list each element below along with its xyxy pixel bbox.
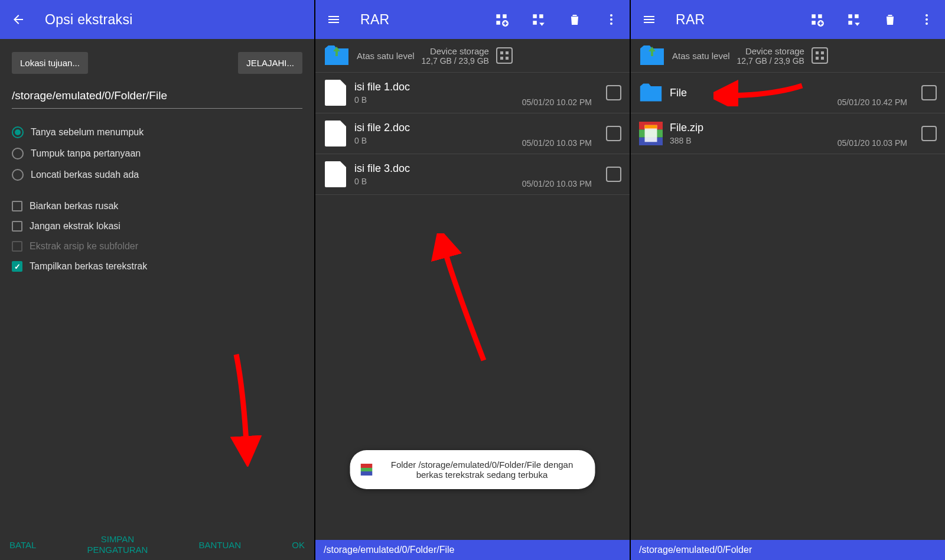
overwrite-radio-1[interactable]: Tumpuk tanpa pertanyaan (12, 143, 302, 164)
toast-message: Folder /storage/emulated/0/Folder/File d… (350, 450, 595, 489)
file-row[interactable]: File.zip 388 B 05/01/20 10.03 PM (631, 113, 945, 154)
overwrite-radio-0[interactable]: Tanya sebelum menumpuk (12, 122, 302, 143)
up-level-row[interactable]: Atas satu level Device storage 12,7 GB /… (315, 39, 630, 73)
appbar: Opsi ekstraksi (0, 0, 314, 39)
radio-label: Tanya sebelum menumpuk (31, 127, 144, 138)
file-row[interactable]: File 05/01/20 10.42 PM (631, 73, 945, 113)
page-title: Opsi ekstraksi (45, 12, 133, 28)
archive-add-icon[interactable] (807, 9, 827, 30)
back-icon[interactable] (8, 9, 28, 30)
archive-extract-icon[interactable] (843, 9, 863, 30)
svg-point-12 (926, 14, 928, 17)
delete-icon[interactable] (880, 9, 900, 30)
footer-actions: BATAL SIMPANPENGATURAN BANTUAN OK (0, 522, 314, 560)
path-input[interactable] (12, 84, 302, 109)
file-checkbox[interactable] (606, 126, 621, 141)
file-checkbox[interactable] (921, 85, 937, 100)
file-date: 05/01/20 10.03 PM (838, 138, 907, 148)
svg-point-14 (926, 22, 928, 25)
storage-label: Device storage (422, 46, 489, 56)
file-row[interactable]: isi file 3.doc 0 B 05/01/20 10.03 PM (315, 154, 630, 195)
file-row[interactable]: isi file 1.doc 0 B 05/01/20 10.02 PM (315, 73, 630, 113)
file-name: isi file 1.doc (354, 81, 515, 93)
destination-button[interactable]: Lokasi tujuan... (12, 52, 88, 74)
zip-icon (639, 121, 663, 146)
svg-point-13 (926, 18, 928, 21)
radio-icon (12, 148, 24, 159)
file-date: 05/01/20 10.02 PM (522, 97, 592, 107)
option-check-1[interactable]: Jangan ekstrak lokasi (12, 216, 302, 236)
checkbox-label: Biarkan berkas rusak (30, 201, 118, 211)
option-check-3[interactable]: Tampilkan berkas terekstrak (12, 256, 302, 276)
file-name: File.zip (670, 122, 830, 134)
panel-extraction-options: Opsi ekstraksi Lokasi tujuan... JELAJAHI… (0, 0, 314, 560)
path-bar[interactable]: /storage/emulated/0/Folder (631, 540, 945, 560)
radio-label: Tumpuk tanpa pertanyaan (31, 148, 141, 159)
svg-point-3 (610, 22, 612, 25)
document-icon (325, 161, 346, 187)
svg-rect-15 (816, 51, 819, 54)
app-title: RAR (676, 12, 705, 28)
file-checkbox[interactable] (606, 167, 621, 182)
radio-icon (12, 126, 24, 138)
checkbox-label: Ekstrak arsip ke subfolder (30, 241, 138, 252)
file-date: 05/01/20 10.03 PM (522, 138, 592, 148)
grid-view-icon[interactable] (496, 47, 513, 64)
option-check-0[interactable]: Biarkan berkas rusak (12, 196, 302, 216)
svg-point-1 (610, 14, 612, 17)
document-icon (325, 80, 346, 106)
grid-view-icon[interactable] (812, 47, 828, 64)
file-date: 05/01/20 10.42 PM (838, 97, 907, 107)
storage-info: 12,7 GB / 23,9 GB (737, 56, 804, 66)
overwrite-radio-2[interactable]: Loncati berkas sudah ada (12, 164, 302, 185)
more-icon[interactable] (601, 9, 621, 30)
svg-point-2 (610, 18, 612, 21)
file-checkbox[interactable] (921, 126, 937, 141)
panel-file-list: RAR Atas satu level Device storage 12,7 … (314, 0, 630, 560)
appbar: RAR (631, 0, 945, 39)
archive-add-icon[interactable] (491, 9, 511, 30)
folder-up-icon (324, 45, 350, 66)
svg-rect-16 (821, 51, 824, 54)
svg-rect-6 (500, 57, 503, 60)
menu-icon[interactable] (639, 9, 659, 30)
ok-button[interactable]: OK (292, 540, 305, 550)
file-row[interactable]: isi file 2.doc 0 B 05/01/20 10.03 PM (315, 113, 630, 154)
svg-rect-7 (506, 57, 509, 60)
appbar: RAR (315, 0, 630, 39)
file-name: isi file 2.doc (354, 122, 515, 134)
delete-icon[interactable] (565, 9, 585, 30)
options-body: Lokasi tujuan... JELAJAHI... Tanya sebel… (0, 39, 314, 522)
panel-folder-view: RAR Atas satu level Device storage 12,7 … (630, 0, 945, 560)
file-checkbox[interactable] (606, 85, 621, 100)
checkbox-label: Jangan ekstrak lokasi (30, 221, 120, 232)
folder-up-icon (639, 45, 665, 66)
archive-extract-icon[interactable] (528, 9, 548, 30)
option-check-2: Ekstrak arsip ke subfolder (12, 236, 302, 256)
help-button[interactable]: BANTUAN (199, 540, 242, 550)
radio-icon (12, 169, 24, 181)
svg-rect-8 (361, 464, 373, 468)
file-size: 0 B (354, 177, 515, 186)
radio-label: Loncati berkas sudah ada (31, 170, 139, 180)
storage-info: 12,7 GB / 23,9 GB (422, 56, 489, 66)
path-bar[interactable]: /storage/emulated/0/Folder/File (315, 540, 630, 560)
file-name: File (670, 87, 830, 99)
save-settings-button[interactable]: SIMPANPENGATURAN (87, 534, 148, 555)
browse-button[interactable]: JELAJAHI... (238, 52, 302, 74)
svg-rect-9 (361, 468, 373, 471)
svg-rect-18 (821, 57, 824, 60)
more-icon[interactable] (917, 9, 937, 30)
checkbox-icon (12, 221, 22, 232)
svg-rect-10 (361, 471, 373, 476)
document-icon (325, 121, 346, 146)
file-size: 0 B (354, 136, 515, 145)
file-name: isi file 3.doc (354, 162, 515, 175)
cancel-button[interactable]: BATAL (9, 540, 36, 550)
menu-icon[interactable] (324, 9, 344, 30)
svg-rect-17 (816, 57, 819, 60)
checkbox-icon (12, 261, 22, 272)
app-title: RAR (360, 12, 389, 28)
file-size: 388 B (670, 136, 830, 145)
up-level-row[interactable]: Atas satu level Device storage 12,7 GB /… (631, 39, 945, 73)
